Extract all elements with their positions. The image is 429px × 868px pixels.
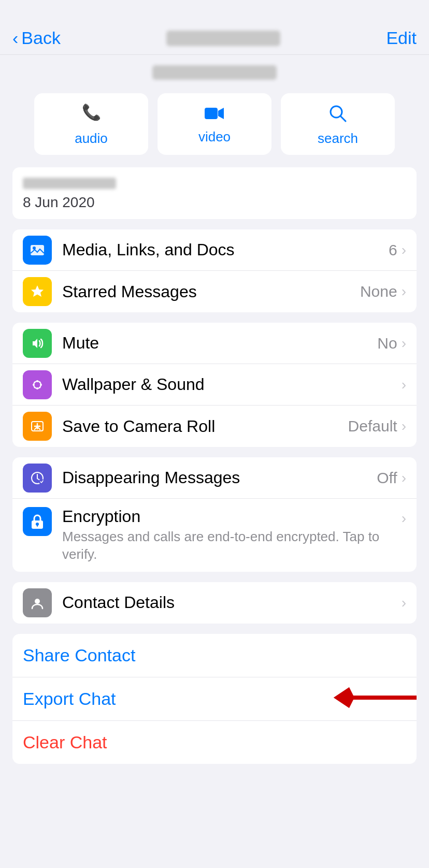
camera-roll-value: Default	[348, 417, 397, 435]
encryption-title: Encryption	[62, 507, 402, 526]
disappearing-value: Off	[377, 469, 397, 487]
settings-group-2: Mute No › Wallpaper & Sound ›	[12, 323, 417, 447]
wallpaper-icon	[23, 370, 52, 399]
action-group: Share Contact Export Chat Clear Chat	[12, 634, 417, 764]
video-button[interactable]: video	[158, 93, 271, 155]
encryption-icon	[23, 507, 52, 536]
mute-right: No ›	[377, 335, 406, 352]
back-button[interactable]: ‹ Back	[12, 28, 61, 48]
svg-point-12	[34, 381, 36, 383]
video-label: video	[198, 129, 231, 145]
media-content: Media, Links, and Docs	[62, 240, 389, 259]
red-arrow-annotation	[308, 682, 417, 715]
info-card-date: 8 Jun 2020	[23, 194, 406, 211]
media-icon	[23, 236, 52, 265]
svg-line-3	[340, 116, 346, 121]
mute-content: Mute	[62, 334, 377, 353]
mute-chevron-icon: ›	[402, 335, 406, 352]
svg-point-11	[40, 384, 42, 386]
action-buttons-row: 📞 audio video search	[0, 85, 429, 167]
nav-title-blurred	[166, 31, 280, 46]
video-icon	[204, 105, 225, 125]
profile-name-blurred	[152, 65, 277, 80]
disappearing-chevron-icon: ›	[402, 470, 406, 486]
svg-point-18	[39, 479, 44, 484]
edit-button[interactable]: Edit	[386, 28, 417, 48]
contact-details-right: ›	[402, 595, 406, 611]
encryption-row[interactable]: Encryption Messages and calls are end-to…	[12, 499, 417, 572]
starred-row[interactable]: Starred Messages None ›	[12, 271, 417, 312]
encryption-content: Encryption Messages and calls are end-to…	[62, 507, 402, 563]
profile-section	[0, 55, 429, 85]
starred-content: Starred Messages	[62, 282, 360, 301]
search-icon	[328, 104, 348, 126]
encryption-right: ›	[402, 507, 406, 527]
starred-icon	[23, 277, 52, 306]
back-label: Back	[21, 28, 61, 48]
disappearing-content: Disappearing Messages	[62, 468, 377, 487]
camera-roll-right: Default ›	[348, 417, 406, 435]
svg-rect-4	[31, 245, 44, 255]
settings-group-1: Media, Links, and Docs 6 › Starred Messa…	[12, 229, 417, 312]
wallpaper-right: ›	[402, 377, 406, 393]
starred-title: Starred Messages	[62, 282, 360, 301]
export-chat-label: Export Chat	[23, 689, 116, 709]
info-card: 8 Jun 2020	[12, 167, 417, 219]
settings-group-3: Disappearing Messages Off › Encryption M…	[12, 457, 417, 572]
export-chat-row[interactable]: Export Chat	[12, 677, 417, 721]
camera-roll-chevron-icon: ›	[402, 418, 406, 435]
search-button[interactable]: search	[281, 93, 395, 155]
svg-point-14	[34, 386, 36, 388]
svg-rect-21	[37, 524, 38, 527]
disappearing-right: Off ›	[377, 469, 406, 487]
media-chevron-icon: ›	[402, 242, 406, 258]
audio-label: audio	[75, 131, 108, 147]
disappearing-row[interactable]: Disappearing Messages Off ›	[12, 457, 417, 499]
mute-title: Mute	[62, 334, 377, 353]
mute-value: No	[377, 335, 397, 352]
disappearing-icon	[23, 464, 52, 493]
svg-text:📞: 📞	[82, 104, 102, 122]
info-card-blurred	[23, 178, 116, 189]
starred-chevron-icon: ›	[402, 283, 406, 300]
nav-title-area	[166, 31, 280, 46]
settings-group-4: Contact Details ›	[12, 582, 417, 624]
clear-chat-label: Clear Chat	[23, 732, 107, 753]
media-row[interactable]: Media, Links, and Docs 6 ›	[12, 229, 417, 271]
svg-point-13	[39, 381, 41, 383]
starred-value: None	[360, 283, 397, 300]
svg-point-9	[36, 387, 38, 389]
contact-details-chevron-icon: ›	[402, 595, 406, 611]
back-chevron-icon: ‹	[12, 28, 18, 48]
encryption-subtitle: Messages and calls are end-to-end encryp…	[62, 528, 402, 563]
camera-roll-title: Save to Camera Roll	[62, 417, 348, 436]
camera-roll-content: Save to Camera Roll	[62, 417, 348, 436]
svg-marker-6	[31, 285, 44, 297]
mute-row[interactable]: Mute No ›	[12, 323, 417, 364]
wallpaper-content: Wallpaper & Sound	[62, 375, 402, 394]
wallpaper-chevron-icon: ›	[402, 377, 406, 393]
contact-details-content: Contact Details	[62, 593, 402, 612]
search-label: search	[318, 131, 358, 147]
svg-rect-1	[205, 108, 218, 119]
clear-chat-row[interactable]: Clear Chat	[12, 721, 417, 764]
share-contact-label: Share Contact	[23, 645, 135, 666]
camera-roll-row[interactable]: Save to Camera Roll Default ›	[12, 406, 417, 447]
svg-point-15	[39, 386, 41, 388]
wallpaper-row[interactable]: Wallpaper & Sound ›	[12, 364, 417, 406]
disappearing-title: Disappearing Messages	[62, 468, 377, 487]
svg-point-10	[33, 384, 35, 386]
camera-roll-icon	[23, 412, 52, 441]
starred-right: None ›	[360, 283, 406, 300]
svg-point-5	[33, 247, 36, 250]
share-contact-row[interactable]: Share Contact	[12, 634, 417, 677]
contact-details-icon	[23, 588, 52, 617]
contact-details-row[interactable]: Contact Details ›	[12, 582, 417, 624]
media-title: Media, Links, and Docs	[62, 240, 389, 259]
audio-button[interactable]: 📞 audio	[34, 93, 148, 155]
audio-icon: 📞	[81, 104, 101, 126]
wallpaper-title: Wallpaper & Sound	[62, 375, 402, 394]
encryption-chevron-icon: ›	[402, 510, 406, 527]
contact-details-title: Contact Details	[62, 593, 402, 612]
media-value: 6	[389, 241, 397, 259]
